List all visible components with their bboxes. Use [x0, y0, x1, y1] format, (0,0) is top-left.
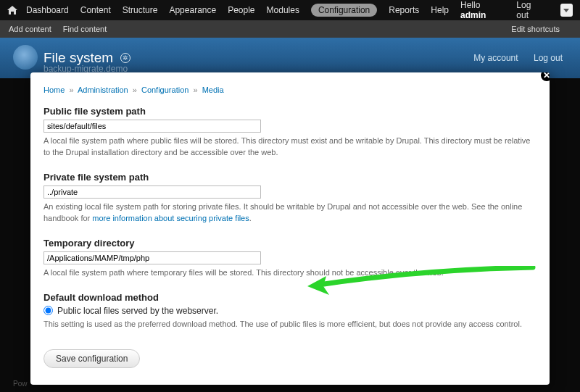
shortcut-bar: Add content Find content Edit shortcuts — [0, 20, 580, 38]
breadcrumb-config[interactable]: Configuration — [141, 86, 188, 94]
breadcrumb-media[interactable]: Media — [202, 86, 224, 94]
toolbar-configuration[interactable]: Configuration — [311, 4, 377, 17]
download-method-radio[interactable] — [44, 306, 53, 315]
shortcut-find-content[interactable]: Find content — [63, 25, 107, 33]
public-path-label: Public file system path — [44, 106, 536, 117]
breadcrumb-admin[interactable]: Administration — [78, 86, 128, 94]
toolbar-reports[interactable]: Reports — [389, 5, 419, 15]
toolbar-people[interactable]: People — [228, 5, 254, 15]
download-method-section: Default download method Public local fil… — [44, 292, 536, 330]
header-my-account[interactable]: My account — [473, 53, 518, 63]
public-path-section: Public file system path A local file sys… — [44, 106, 536, 159]
save-button[interactable]: Save configuration — [44, 349, 140, 368]
overlay-panel: ✕ Home » Administration » Configuration … — [30, 72, 550, 385]
admin-toolbar: Dashboard Content Structure Appearance P… — [0, 0, 580, 20]
temp-dir-input[interactable] — [44, 251, 261, 264]
breadcrumb: Home » Administration » Configuration » … — [44, 86, 536, 94]
temp-dir-desc: A local file system path where temporary… — [44, 267, 536, 279]
public-path-desc: A local file system path where public fi… — [44, 135, 536, 159]
private-handbook-link[interactable]: more information about securing private … — [92, 214, 249, 222]
private-path-desc: An existing local file system path for s… — [44, 201, 536, 225]
toolbar-logout[interactable]: Log out — [516, 0, 544, 20]
download-method-label: Default download method — [44, 292, 536, 303]
drupal-logo-icon — [13, 45, 38, 70]
private-path-input[interactable] — [44, 185, 261, 199]
toolbar-dashboard[interactable]: Dashboard — [26, 5, 69, 15]
toolbar-dropdown-icon[interactable] — [560, 4, 573, 17]
temp-dir-section: Temporary directory A local file system … — [44, 238, 536, 279]
private-path-section: Private file system path An existing loc… — [44, 172, 536, 225]
shortcut-add-content[interactable]: Add content — [9, 25, 51, 33]
download-method-desc: This setting is used as the preferred do… — [44, 319, 536, 330]
shortcut-edit[interactable]: Edit shortcuts — [511, 25, 560, 33]
home-icon[interactable] — [7, 5, 17, 15]
breadcrumb-home[interactable]: Home — [44, 86, 65, 94]
private-path-label: Private file system path — [44, 172, 536, 183]
hello-user: Hello admin — [460, 0, 506, 20]
gear-icon[interactable]: ✲ — [120, 53, 130, 63]
temp-dir-label: Temporary directory — [44, 238, 536, 249]
download-method-option: Public local files served by the webserv… — [57, 306, 218, 316]
toolbar-modules[interactable]: Modules — [267, 5, 299, 15]
toolbar-structure[interactable]: Structure — [123, 5, 158, 15]
toolbar-content[interactable]: Content — [80, 5, 111, 15]
toolbar-appearance[interactable]: Appearance — [169, 5, 216, 15]
public-path-input[interactable] — [44, 120, 261, 133]
header-logout[interactable]: Log out — [534, 53, 563, 63]
close-icon[interactable]: ✕ — [539, 72, 550, 83]
footer-powered: Pow — [13, 380, 27, 388]
toolbar-help[interactable]: Help — [431, 5, 449, 15]
